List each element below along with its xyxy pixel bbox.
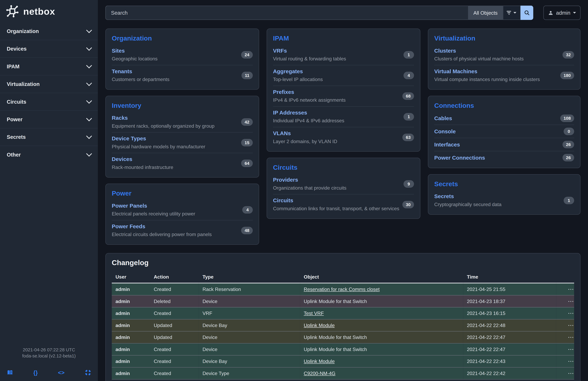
- row-menu-button[interactable]: ···: [568, 299, 574, 304]
- row-menu-button[interactable]: ···: [568, 287, 574, 292]
- filter-dropdown-button[interactable]: [503, 6, 520, 20]
- sidebar-item-secrets[interactable]: Secrets: [0, 128, 98, 146]
- chevron-down-icon: [86, 80, 92, 86]
- power-panels-link[interactable]: Power Panels: [112, 202, 147, 209]
- changelog-row: admin Created Rack Reservation Reservati…: [112, 283, 574, 295]
- sidebar-item-power[interactable]: Power: [0, 110, 98, 128]
- power-connections-link[interactable]: Power Connections: [434, 154, 485, 161]
- clusters-link[interactable]: Clusters: [434, 47, 456, 54]
- user-menu-button[interactable]: admin: [543, 6, 581, 20]
- interfaces-link[interactable]: Interfaces: [434, 141, 460, 148]
- sidebar-item-circuits[interactable]: Circuits: [0, 93, 98, 110]
- user-icon: [548, 10, 553, 16]
- row-user: admin: [112, 307, 150, 319]
- item-description: Electrical panels receiving utility powe…: [112, 211, 242, 217]
- object-link[interactable]: Uplink Module: [304, 359, 335, 364]
- api-braces-icon[interactable]: {}: [33, 369, 38, 376]
- search-input[interactable]: [105, 6, 468, 20]
- search-submit-button[interactable]: [521, 6, 533, 20]
- row-user: admin: [112, 343, 150, 355]
- prefixes-link[interactable]: Prefixes: [273, 89, 294, 96]
- item-description: Top-level IP allocations: [273, 76, 403, 83]
- vlans-link[interactable]: VLANs: [273, 130, 291, 137]
- count-badge: 1: [564, 197, 574, 204]
- power-feeds-link[interactable]: Power Feeds: [112, 223, 146, 230]
- item-description: Virtual routing & forwarding tables: [273, 55, 403, 62]
- row-user: admin: [112, 355, 150, 367]
- devices-link[interactable]: Devices: [112, 156, 132, 163]
- sidebar-item-label: Circuits: [7, 99, 26, 105]
- row-type: Device: [199, 343, 300, 355]
- count-badge: 32: [563, 51, 574, 58]
- racks-link[interactable]: Racks: [112, 114, 128, 122]
- card-item-virtual-machines: Virtual Machines Virtual compute instanc…: [434, 65, 574, 86]
- card-item-aggregates: Aggregates Top-level IP allocations 4: [273, 65, 414, 86]
- chevron-down-icon: [86, 45, 92, 51]
- row-menu-button[interactable]: ···: [568, 323, 574, 328]
- item-description: Electrical circuits delivering power fro…: [112, 231, 241, 238]
- search-icon: [524, 10, 530, 16]
- item-description: Physical hardware models by manufacturer: [112, 143, 241, 150]
- row-menu-button[interactable]: ···: [568, 371, 574, 376]
- virtual-machines-link[interactable]: Virtual Machines: [434, 68, 477, 75]
- code-icon[interactable]: <>: [58, 369, 64, 376]
- row-menu-button[interactable]: ···: [568, 335, 574, 340]
- row-time: 2021-04-22 22:42: [463, 367, 556, 380]
- object-link[interactable]: Test VRF: [304, 311, 324, 316]
- card-title: Secrets: [434, 180, 574, 188]
- count-badge: 68: [402, 92, 414, 100]
- object-link[interactable]: C9200-NM-4G: [304, 370, 336, 376]
- col-type: Type: [199, 271, 300, 283]
- card-circuits: Circuits Providers Organizations that pr…: [267, 158, 420, 219]
- cables-link[interactable]: Cables: [434, 115, 452, 122]
- card-item-console: Console 0: [434, 125, 574, 138]
- sidebar-item-ipam[interactable]: IPAM: [0, 58, 98, 75]
- ip-addresses-link[interactable]: IP Addresses: [273, 109, 307, 116]
- console-connections-link[interactable]: Console: [434, 128, 456, 135]
- sites-link[interactable]: Sites: [112, 47, 125, 54]
- tenants-link[interactable]: Tenants: [112, 68, 132, 75]
- card-title: Connections: [434, 101, 574, 110]
- sidebar-item-devices[interactable]: Devices: [0, 40, 98, 57]
- device-types-link[interactable]: Device Types: [112, 135, 146, 142]
- docs-book-icon[interactable]: [7, 369, 13, 376]
- count-badge: 15: [241, 139, 253, 146]
- col-user: User: [112, 271, 150, 283]
- row-menu-button[interactable]: ···: [568, 359, 574, 364]
- help-lifering-icon[interactable]: [85, 369, 91, 376]
- sidebar-item-other[interactable]: Other: [0, 146, 98, 163]
- card-item-prefixes: Prefixes IPv4 & IPv6 network assignments…: [273, 86, 414, 106]
- count-badge: 108: [560, 114, 574, 122]
- item-description: Layer 2 domains, by VLAN ID: [273, 138, 403, 145]
- circuits-link[interactable]: Circuits: [273, 197, 294, 204]
- brand-home-link[interactable]: netbox: [0, 0, 98, 22]
- count-badge: 9: [403, 180, 414, 187]
- card-item-clusters: Clusters Clusters of physical virtual ma…: [434, 45, 574, 65]
- item-description: Individual IPv4 & IPv6 addresses: [273, 118, 403, 124]
- sidebar: netbox Organization Devices IPAM Virtual…: [0, 0, 98, 381]
- chevron-down-icon: [86, 63, 92, 68]
- vrfs-link[interactable]: VRFs: [273, 47, 287, 54]
- row-menu-button[interactable]: ···: [568, 347, 574, 352]
- card-secrets: Secrets Secrets Cryptographically secure…: [428, 174, 581, 215]
- sidebar-item-label: Virtualization: [7, 81, 40, 87]
- main-content: All Objects admin: [98, 0, 588, 381]
- row-menu-button[interactable]: ···: [568, 311, 574, 316]
- object-link[interactable]: Uplink Module: [304, 322, 335, 328]
- sidebar-item-organization[interactable]: Organization: [0, 22, 98, 40]
- netbox-logo-icon: [5, 4, 20, 18]
- count-badge: 1: [403, 113, 414, 120]
- aggregates-link[interactable]: Aggregates: [273, 68, 303, 75]
- row-user: admin: [112, 319, 150, 331]
- object-link[interactable]: Reservation for rack Comms closet: [304, 286, 380, 292]
- search-scope-selector[interactable]: All Objects: [468, 6, 503, 20]
- providers-link[interactable]: Providers: [273, 177, 298, 184]
- sidebar-item-label: Devices: [7, 46, 27, 52]
- count-badge: 26: [563, 141, 574, 148]
- secrets-link[interactable]: Secrets: [434, 193, 454, 200]
- topbar: All Objects admin: [98, 0, 588, 20]
- count-badge: 11: [241, 71, 253, 79]
- count-badge: 1: [403, 51, 414, 58]
- sidebar-item-virtualization[interactable]: Virtualization: [0, 75, 98, 93]
- card-power: Power Power Panels Electrical panels rec…: [105, 184, 259, 245]
